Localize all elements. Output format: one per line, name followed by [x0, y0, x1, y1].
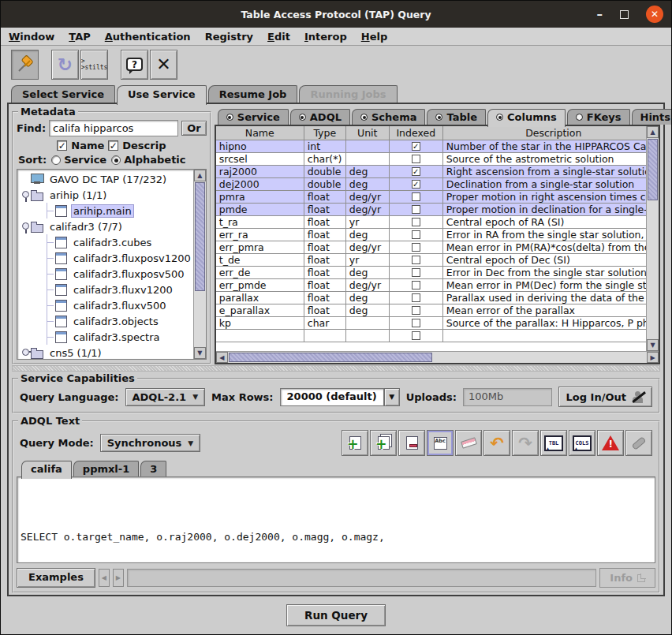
tree-item[interactable]: GAVO DC TAP (17/232) [20, 171, 193, 187]
minimize-icon[interactable]: – [597, 10, 603, 18]
rename-tab-button[interactable]: Abc [427, 430, 454, 456]
indexed-checkbox[interactable]: ✓ [412, 218, 420, 226]
table-row[interactable]: e_parallax float deg ✓ Mean error of the… [216, 304, 646, 317]
indexed-checkbox[interactable]: ✓ [412, 268, 420, 277]
table-row[interactable]: t_de float yr ✓ Central epoch of Dec (SI… [216, 254, 646, 267]
tree-item[interactable]: califadr3.spectra [20, 329, 193, 345]
split-divider[interactable] [12, 365, 660, 372]
add-tab-button[interactable]: + [342, 430, 368, 456]
run-query-button[interactable]: Run Query [286, 604, 386, 626]
tree-item[interactable]: califadr3.fluxposv1200 [20, 250, 193, 266]
remove-tab-button[interactable] [398, 430, 425, 456]
menu-item[interactable]: Authentication [105, 31, 191, 43]
adql-tab[interactable]: califa [21, 461, 72, 479]
main-tab[interactable]: Use Service [117, 85, 207, 105]
header-indexed[interactable]: Indexed [390, 126, 443, 140]
table-scrollbar-thumb[interactable] [648, 139, 658, 200]
scroll-down-icon[interactable]: ▼ [647, 339, 659, 351]
table-vertical-scrollbar[interactable]: ▲ ▼ [646, 126, 659, 351]
table-row[interactable]: t_ra float yr ✓ Central epoch of RA (SI) [216, 216, 646, 229]
header-type[interactable]: Type [304, 126, 346, 140]
table-row[interactable]: raj2000 double deg ✓ Right ascension fro… [216, 166, 646, 178]
detail-tab[interactable]: Columns [487, 109, 566, 127]
detail-tab[interactable]: Table [427, 109, 486, 125]
table-row[interactable]: parallax float deg ✓ Parallax used in de… [216, 292, 646, 304]
scroll-right-icon[interactable]: ▶ [647, 352, 659, 363]
tree-handle-icon[interactable] [20, 189, 31, 200]
tree-item[interactable]: califadr3.fluxv500 [20, 297, 193, 313]
query-language-select[interactable]: ADQL-2.1 ▼ [125, 388, 206, 406]
query-mode-select[interactable]: Synchronous ▼ [100, 434, 201, 452]
sort-radio-option[interactable]: Service [51, 154, 106, 166]
header-description[interactable]: Description [443, 126, 646, 140]
scroll-up-icon[interactable]: ▲ [647, 126, 659, 138]
close-icon[interactable]: ✕ [646, 6, 663, 23]
redo-button[interactable]: ↷ [512, 430, 539, 456]
max-rows-select[interactable]: 20000 (default) ▼ [280, 388, 400, 406]
tree-item[interactable]: cns5 (1/1) [20, 345, 193, 359]
main-tab[interactable]: Running Jobs [299, 85, 397, 103]
example-next-icon[interactable]: ▶ [113, 569, 124, 587]
scroll-down-icon[interactable]: ▼ [194, 347, 206, 359]
main-tab[interactable]: Resume Job [208, 85, 298, 103]
tree-handle-icon[interactable] [20, 347, 31, 358]
indexed-checkbox[interactable]: ✓ [412, 293, 420, 302]
close-window-button[interactable]: ✕ [150, 50, 177, 80]
tree-vertical-scrollbar[interactable]: ▲ ▼ [193, 170, 206, 359]
table-row[interactable]: dej2000 double deg ✓ Declination from a … [216, 178, 646, 191]
tree-item[interactable]: califadr3.fluxv1200 [20, 282, 193, 297]
insert-table-button[interactable]: TBL [540, 430, 567, 456]
indexed-checkbox[interactable]: ✓ [412, 281, 420, 289]
indexed-checkbox[interactable]: ✓ [412, 205, 420, 214]
adql-tab[interactable]: ppmxl-1 [73, 461, 139, 476]
menu-item[interactable]: Edit [267, 31, 290, 43]
sort-radio-option[interactable]: Alphabetic [111, 154, 185, 166]
chevron-down-icon[interactable]: ▼ [384, 388, 400, 406]
name-checkbox[interactable]: ✓ [57, 140, 67, 151]
indexed-checkbox[interactable]: ✓ [412, 306, 420, 315]
adql-tab[interactable]: 3 [140, 461, 166, 476]
stilts-button[interactable]: >>stilts [80, 50, 108, 80]
detail-tab[interactable]: Schema [352, 109, 425, 125]
indexed-checkbox[interactable]: ✓ [412, 155, 420, 163]
tree-scrollbar-thumb[interactable] [195, 182, 205, 291]
table-row[interactable]: err_pmra float deg/yr ✓ Mean error in PM… [216, 241, 646, 254]
reload-button[interactable]: ↻ [51, 50, 79, 80]
table-row[interactable]: err_pmde float deg/yr ✓ Mean error in PM… [216, 279, 646, 292]
indexed-checkbox[interactable]: ✓ [412, 331, 420, 340]
indexed-checkbox[interactable]: ✓ [412, 319, 420, 327]
indexed-checkbox[interactable]: ✓ [412, 180, 420, 189]
indexed-checkbox[interactable]: ✓ [412, 256, 420, 264]
indexed-checkbox[interactable]: ✓ [412, 167, 420, 176]
table-row[interactable]: err_de float deg ✓ Error in Dec from the… [216, 267, 646, 279]
indexed-checkbox[interactable]: ✓ [412, 243, 420, 252]
scroll-up-icon[interactable]: ▲ [194, 170, 206, 181]
table-row[interactable]: hipno int ✓ Number of the star in the HI… [216, 140, 646, 153]
detail-tab[interactable]: FKeys [567, 109, 630, 125]
descrip-checkbox[interactable]: ✓ [108, 140, 118, 151]
indexed-checkbox[interactable]: ✓ [412, 192, 420, 201]
table-hscrollbar-thumb[interactable] [229, 353, 432, 362]
indexed-checkbox[interactable]: ✓ [412, 142, 420, 151]
table-row[interactable]: err_ra float deg ✓ Error in RA from the … [216, 229, 646, 241]
login-logout-button[interactable]: Log In/Out [558, 387, 652, 407]
menu-item[interactable]: Interop [304, 31, 347, 43]
copy-tab-button[interactable]: + [370, 430, 397, 456]
or-button[interactable]: Or [181, 121, 206, 136]
find-input[interactable]: califa hipparcos [49, 120, 178, 136]
table-row[interactable]: ✓ [216, 330, 646, 342]
detail-tab[interactable]: Hints [632, 109, 672, 125]
menu-item[interactable]: Registry [205, 31, 253, 43]
example-prev-icon[interactable]: ◀ [99, 569, 110, 587]
info-button[interactable]: Info [599, 568, 655, 588]
menu-item[interactable]: Window [9, 31, 54, 43]
detail-tab[interactable]: Service [218, 109, 289, 125]
header-name[interactable]: Name [216, 126, 304, 140]
scroll-left-icon[interactable]: ◀ [216, 352, 228, 363]
tree-item[interactable]: califadr3.objects [20, 313, 193, 329]
tree-item[interactable]: califadr3 (7/7) [20, 219, 193, 234]
header-unit[interactable]: Unit [346, 126, 390, 140]
maximize-icon[interactable] [620, 10, 629, 19]
table-row[interactable]: pmde float deg/yr ✓ Proper motion in dec… [216, 204, 646, 216]
examples-button[interactable]: Examples [17, 568, 95, 588]
